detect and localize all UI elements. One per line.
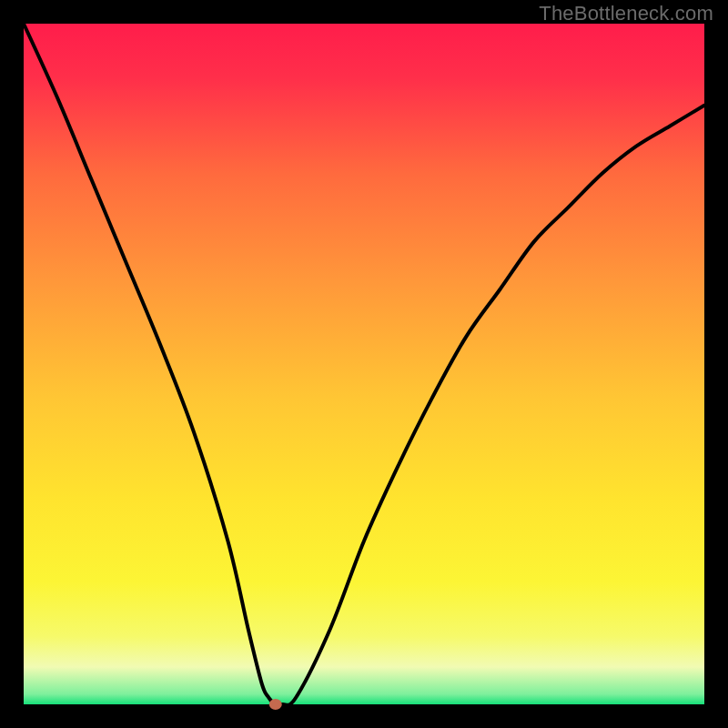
watermark-text: TheBottleneck.com: [539, 2, 713, 25]
bottleneck-chart: [0, 0, 728, 728]
chart-container: { "watermark": "TheBottleneck.com", "cha…: [0, 0, 728, 728]
plot-area: [24, 24, 704, 704]
minimum-marker: [269, 699, 282, 710]
